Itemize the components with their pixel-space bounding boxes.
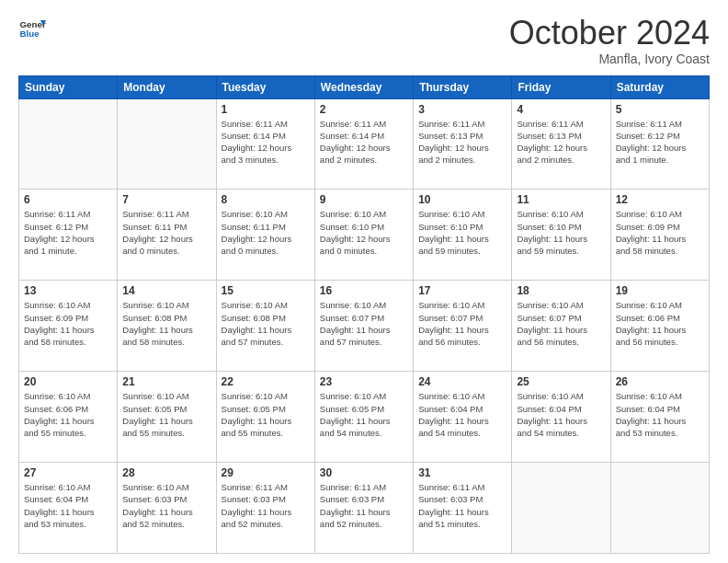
day-info: Sunrise: 6:10 AM Sunset: 6:11 PM Dayligh…: [222, 208, 310, 257]
day-info: Sunrise: 6:10 AM Sunset: 6:06 PM Dayligh…: [24, 390, 112, 439]
weekday-header-sunday: Sunday: [19, 75, 118, 98]
calendar-cell: 28Sunrise: 6:10 AM Sunset: 6:03 PM Dayli…: [118, 463, 216, 554]
day-info: Sunrise: 6:10 AM Sunset: 6:10 PM Dayligh…: [418, 208, 506, 257]
day-number: 19: [616, 284, 704, 297]
day-number: 4: [517, 103, 605, 116]
logo-icon: General Blue: [18, 15, 46, 42]
page: General Blue October 2024 Manfla, Ivory …: [0, 0, 728, 563]
calendar-cell: [512, 463, 610, 554]
day-info: Sunrise: 6:10 AM Sunset: 6:04 PM Dayligh…: [418, 390, 506, 439]
calendar-cell: 10Sunrise: 6:10 AM Sunset: 6:10 PM Dayli…: [414, 190, 512, 281]
day-number: 21: [122, 375, 210, 388]
day-info: Sunrise: 6:10 AM Sunset: 6:08 PM Dayligh…: [122, 299, 210, 348]
day-info: Sunrise: 6:11 AM Sunset: 6:14 PM Dayligh…: [222, 118, 310, 167]
week-row-4: 27Sunrise: 6:10 AM Sunset: 6:04 PM Dayli…: [19, 463, 710, 554]
day-info: Sunrise: 6:10 AM Sunset: 6:04 PM Dayligh…: [24, 481, 112, 530]
title-block: October 2024 Manfla, Ivory Coast: [509, 15, 710, 66]
day-info: Sunrise: 6:10 AM Sunset: 6:04 PM Dayligh…: [517, 390, 605, 439]
day-number: 30: [320, 466, 408, 479]
day-info: Sunrise: 6:11 AM Sunset: 6:12 PM Dayligh…: [24, 208, 112, 257]
calendar-cell: 29Sunrise: 6:11 AM Sunset: 6:03 PM Dayli…: [216, 463, 314, 554]
day-number: 18: [517, 284, 605, 297]
day-number: 15: [222, 284, 310, 297]
weekday-header-wednesday: Wednesday: [314, 75, 413, 98]
calendar-cell: 8Sunrise: 6:10 AM Sunset: 6:11 PM Daylig…: [216, 190, 314, 281]
week-row-3: 20Sunrise: 6:10 AM Sunset: 6:06 PM Dayli…: [19, 372, 710, 463]
calendar-cell: 31Sunrise: 6:11 AM Sunset: 6:03 PM Dayli…: [414, 463, 512, 554]
day-info: Sunrise: 6:11 AM Sunset: 6:03 PM Dayligh…: [320, 481, 408, 530]
header: General Blue October 2024 Manfla, Ivory …: [18, 15, 710, 66]
day-number: 13: [24, 284, 112, 297]
day-number: 5: [616, 103, 704, 116]
calendar-cell: 22Sunrise: 6:10 AM Sunset: 6:05 PM Dayli…: [216, 372, 314, 463]
calendar-cell: 17Sunrise: 6:10 AM Sunset: 6:07 PM Dayli…: [414, 281, 512, 372]
day-number: 17: [418, 284, 506, 297]
day-number: 22: [222, 375, 310, 388]
calendar-cell: 3Sunrise: 6:11 AM Sunset: 6:13 PM Daylig…: [414, 98, 512, 190]
calendar-cell: 20Sunrise: 6:10 AM Sunset: 6:06 PM Dayli…: [19, 372, 118, 463]
calendar-cell: [118, 98, 216, 190]
day-info: Sunrise: 6:11 AM Sunset: 6:13 PM Dayligh…: [517, 118, 605, 167]
day-number: 2: [320, 103, 408, 116]
day-info: Sunrise: 6:11 AM Sunset: 6:13 PM Dayligh…: [418, 118, 506, 167]
location-subtitle: Manfla, Ivory Coast: [509, 52, 710, 66]
calendar-cell: 18Sunrise: 6:10 AM Sunset: 6:07 PM Dayli…: [512, 281, 610, 372]
calendar-table: SundayMondayTuesdayWednesdayThursdayFrid…: [18, 75, 710, 554]
day-info: Sunrise: 6:10 AM Sunset: 6:09 PM Dayligh…: [24, 299, 112, 348]
day-number: 16: [320, 284, 408, 297]
calendar-cell: 11Sunrise: 6:10 AM Sunset: 6:10 PM Dayli…: [512, 190, 610, 281]
day-info: Sunrise: 6:10 AM Sunset: 6:03 PM Dayligh…: [122, 481, 210, 530]
calendar-cell: 2Sunrise: 6:11 AM Sunset: 6:14 PM Daylig…: [314, 98, 413, 190]
weekday-header-monday: Monday: [118, 75, 216, 98]
day-info: Sunrise: 6:10 AM Sunset: 6:08 PM Dayligh…: [222, 299, 310, 348]
day-info: Sunrise: 6:11 AM Sunset: 6:03 PM Dayligh…: [222, 481, 310, 530]
day-info: Sunrise: 6:10 AM Sunset: 6:05 PM Dayligh…: [222, 390, 310, 439]
calendar-cell: [19, 98, 118, 190]
calendar-cell: 25Sunrise: 6:10 AM Sunset: 6:04 PM Dayli…: [512, 372, 610, 463]
calendar-cell: 30Sunrise: 6:11 AM Sunset: 6:03 PM Dayli…: [314, 463, 413, 554]
day-info: Sunrise: 6:10 AM Sunset: 6:10 PM Dayligh…: [517, 208, 605, 257]
calendar-cell: [610, 463, 709, 554]
day-info: Sunrise: 6:10 AM Sunset: 6:05 PM Dayligh…: [122, 390, 210, 439]
calendar-cell: 26Sunrise: 6:10 AM Sunset: 6:04 PM Dayli…: [610, 372, 709, 463]
calendar-cell: 16Sunrise: 6:10 AM Sunset: 6:07 PM Dayli…: [314, 281, 413, 372]
calendar-cell: 5Sunrise: 6:11 AM Sunset: 6:12 PM Daylig…: [610, 98, 709, 190]
calendar-cell: 13Sunrise: 6:10 AM Sunset: 6:09 PM Dayli…: [19, 281, 118, 372]
week-row-1: 6Sunrise: 6:11 AM Sunset: 6:12 PM Daylig…: [19, 190, 710, 281]
day-number: 1: [222, 103, 310, 116]
calendar-cell: 19Sunrise: 6:10 AM Sunset: 6:06 PM Dayli…: [610, 281, 709, 372]
day-info: Sunrise: 6:11 AM Sunset: 6:03 PM Dayligh…: [418, 481, 506, 530]
calendar-cell: 7Sunrise: 6:11 AM Sunset: 6:11 PM Daylig…: [118, 190, 216, 281]
day-number: 31: [418, 466, 506, 479]
day-number: 26: [616, 375, 704, 388]
calendar-cell: 1Sunrise: 6:11 AM Sunset: 6:14 PM Daylig…: [216, 98, 314, 190]
calendar-cell: 14Sunrise: 6:10 AM Sunset: 6:08 PM Dayli…: [118, 281, 216, 372]
logo: General Blue: [18, 15, 46, 42]
day-number: 9: [320, 193, 408, 206]
day-info: Sunrise: 6:10 AM Sunset: 6:07 PM Dayligh…: [418, 299, 506, 348]
weekday-header-row: SundayMondayTuesdayWednesdayThursdayFrid…: [19, 75, 710, 98]
day-number: 7: [122, 193, 210, 206]
day-number: 8: [222, 193, 310, 206]
calendar-cell: 15Sunrise: 6:10 AM Sunset: 6:08 PM Dayli…: [216, 281, 314, 372]
day-number: 28: [122, 466, 210, 479]
weekday-header-thursday: Thursday: [414, 75, 512, 98]
svg-text:Blue: Blue: [20, 29, 40, 39]
weekday-header-friday: Friday: [512, 75, 610, 98]
calendar-cell: 27Sunrise: 6:10 AM Sunset: 6:04 PM Dayli…: [19, 463, 118, 554]
day-info: Sunrise: 6:10 AM Sunset: 6:06 PM Dayligh…: [616, 299, 704, 348]
day-info: Sunrise: 6:11 AM Sunset: 6:12 PM Dayligh…: [616, 118, 704, 167]
day-info: Sunrise: 6:10 AM Sunset: 6:07 PM Dayligh…: [517, 299, 605, 348]
day-number: 29: [222, 466, 310, 479]
day-number: 11: [517, 193, 605, 206]
day-info: Sunrise: 6:10 AM Sunset: 6:05 PM Dayligh…: [320, 390, 408, 439]
week-row-0: 1Sunrise: 6:11 AM Sunset: 6:14 PM Daylig…: [19, 98, 710, 190]
day-info: Sunrise: 6:10 AM Sunset: 6:09 PM Dayligh…: [616, 208, 704, 257]
calendar-cell: 9Sunrise: 6:10 AM Sunset: 6:10 PM Daylig…: [314, 190, 413, 281]
month-title: October 2024: [509, 15, 710, 52]
day-number: 20: [24, 375, 112, 388]
calendar-cell: 6Sunrise: 6:11 AM Sunset: 6:12 PM Daylig…: [19, 190, 118, 281]
week-row-2: 13Sunrise: 6:10 AM Sunset: 6:09 PM Dayli…: [19, 281, 710, 372]
calendar-cell: 12Sunrise: 6:10 AM Sunset: 6:09 PM Dayli…: [610, 190, 709, 281]
day-number: 23: [320, 375, 408, 388]
